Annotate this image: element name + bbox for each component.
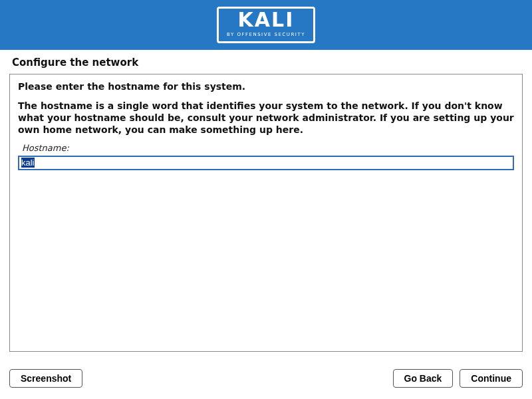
hostname-input[interactable]: [18, 156, 514, 170]
brand-name: KALI: [238, 10, 295, 30]
header-banner: KALI BY OFFENSIVE SECURITY: [0, 0, 532, 50]
hostname-label: Hostname:: [18, 143, 514, 153]
hostname-prompt: Please enter the hostname for this syste…: [18, 81, 514, 92]
brand-tagline: BY OFFENSIVE SECURITY: [227, 32, 305, 37]
hostname-description: The hostname is a single word that ident…: [18, 100, 514, 136]
go-back-button[interactable]: Go Back: [393, 369, 454, 388]
page-title: Configure the network: [0, 50, 532, 74]
footer-bar: Screenshot Go Back Continue: [0, 367, 532, 399]
continue-button[interactable]: Continue: [460, 369, 523, 388]
brand-logo: KALI BY OFFENSIVE SECURITY: [217, 7, 315, 43]
content-panel: Please enter the hostname for this syste…: [9, 74, 523, 352]
screenshot-button[interactable]: Screenshot: [9, 369, 82, 388]
